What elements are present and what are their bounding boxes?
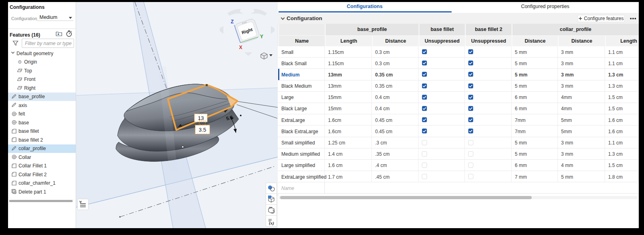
svg-text:13: 13 xyxy=(198,115,204,121)
svg-text:Y: Y xyxy=(260,34,263,39)
svg-text:X: X xyxy=(239,45,242,50)
svg-text:Z: Z xyxy=(231,19,233,25)
svg-text:(x): (x) xyxy=(269,221,274,226)
svg-text:3.5: 3.5 xyxy=(199,127,206,133)
